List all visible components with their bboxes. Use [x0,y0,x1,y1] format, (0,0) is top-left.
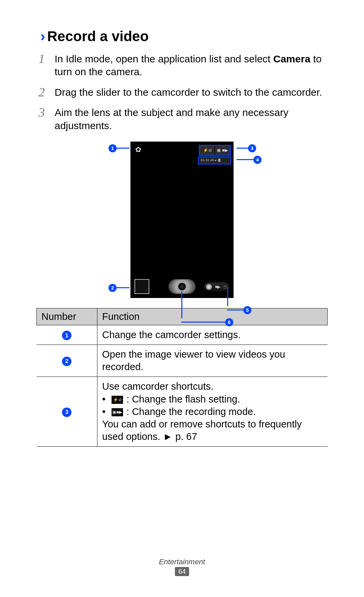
table-header-number: Number [37,308,97,325]
record-mode-icon: ▣ ■▶ [215,146,230,154]
row-number-badge: 3 [62,408,71,417]
page-footer: Entertainment 64 [0,558,364,576]
shortcut-bar: ⚡⊘ ▣ ■▶ [199,145,231,156]
callout-1: 1 [109,144,129,152]
gear-icon: ✿ [134,146,142,153]
step-text-pre: Drag the slider to the camcorder to swit… [55,87,322,98]
step-text-bold: Camera [273,53,310,64]
row3-outro-pre: You can add or remove shortcuts to frequ… [102,419,302,442]
callout-4: 4 [237,156,262,164]
callout-6: 6 [181,291,233,326]
time-counter-box: 01:31:46 ▸ [198,156,231,165]
callout-badge: 6 [225,318,233,326]
callout-badge: 4 [253,156,262,164]
camera-icon: ◻ [223,285,227,289]
row-number-badge: 2 [62,357,71,366]
camcorder-figure: 1 3 4 2 ✿ ⚡⊘ ▣ ■▶ 01:31:46 ▸ [94,140,270,298]
bullet-item: ▣■▶ : Change the recording mode. [102,406,323,418]
function-table: Number Function 1 Change the camcorder s… [36,308,328,447]
bullet-text: : Change the flash setting. [124,394,240,405]
bullet-text: : Change the recording mode. [124,406,256,417]
table-row: 3 Use camcorder shortcuts. ⚡⊘ : Change t… [37,377,328,447]
callout-badge: 2 [109,284,117,292]
flash-off-icon: ⚡⊘ [112,396,123,404]
callout-3: 3 [237,144,256,152]
play-arrow-icon: ► [163,431,173,442]
row-function: Change the camcorder settings. [97,325,328,345]
steps-list: In Idle mode, open the application list … [36,53,328,132]
step-text-pre: In Idle mode, open the application list … [55,53,273,64]
slider-knob [206,284,212,290]
section-marker: › [40,28,45,44]
row-function: Open the image viewer to view videos you… [97,345,328,377]
callout-badge: 1 [109,144,117,152]
table-row: 2 Open the image viewer to view videos y… [37,345,328,377]
row3-intro: Use camcorder shortcuts. [102,380,323,393]
footer-page-number: 64 [175,567,189,576]
phone-mockup: ✿ ⚡⊘ ▣ ■▶ 01:31:46 ▸ ■▶ ◻ [130,142,234,298]
row-number-badge: 1 [62,331,71,340]
gallery-thumbnail [134,279,149,294]
row3-bullets: ⚡⊘ : Change the flash setting. ▣■▶ : Cha… [102,393,323,418]
step-item: Drag the slider to the camcorder to swit… [36,86,328,99]
callout-badge: 5 [243,306,251,314]
row3-outro-post: p. 67 [173,431,197,442]
section-title-text: Record a video [47,28,149,44]
bullet-item: ⚡⊘ : Change the flash setting. [102,393,323,406]
callout-2: 2 [109,284,129,292]
step-item: In Idle mode, open the application list … [36,53,328,79]
callout-badge: 3 [248,144,256,152]
step-item: Aim the lens at the subject and make any… [36,106,328,132]
storage-icon [218,159,220,162]
record-mode-icon: ▣■▶ [112,408,123,416]
time-counter-text: 01:31:46 ▸ [201,158,217,163]
step-text-pre: Aim the lens at the subject and make any… [55,107,289,131]
camcorder-icon: ■▶ [215,285,220,289]
table-row: 1 Change the camcorder settings. [37,325,328,345]
flash-off-icon: ⚡⊘ [200,146,214,154]
time-counter: 01:31:46 ▸ [200,158,229,163]
footer-category: Entertainment [0,558,364,566]
mode-slider: ■▶ ◻ [204,282,229,291]
section-heading: ›Record a video [40,28,328,44]
row-function: Use camcorder shortcuts. ⚡⊘ : Change the… [97,377,328,447]
